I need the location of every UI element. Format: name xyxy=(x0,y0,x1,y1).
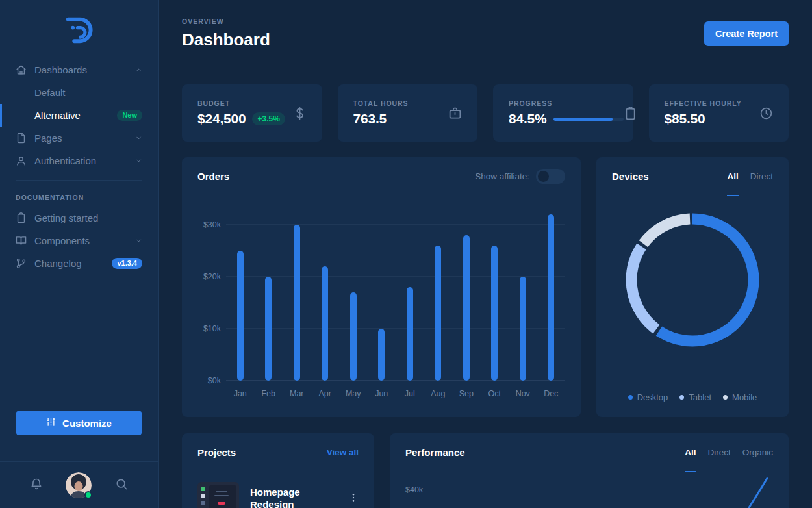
performance-card: Performance AllDirectOrganic $40k xyxy=(390,433,789,508)
stat-label: TOTAL HOURS xyxy=(353,99,409,107)
bar-feb xyxy=(265,277,272,381)
projects-title: Projects xyxy=(197,447,236,458)
git-branch-icon xyxy=(16,258,27,269)
legend-dot xyxy=(628,395,633,400)
sidebar-item-label: Dashboards xyxy=(34,64,87,75)
sidebar-nav: DashboardsDefaultAlternativeNewPagesAuth… xyxy=(0,58,158,172)
stat-card-progress: PROGRESS84.5% xyxy=(493,84,633,142)
online-status-dot xyxy=(84,491,92,499)
x-axis-tick: Jul xyxy=(396,389,424,398)
y-axis-tick: $0k xyxy=(197,376,221,385)
stat-change-badge: +3.5% xyxy=(252,112,285,125)
orders-bar-chart: $0k$10k$20k$30k JanFebMarAprMayJunJulAug… xyxy=(182,196,581,398)
stat-label: BUDGET xyxy=(197,99,285,107)
legend-item-mobile: Mobile xyxy=(723,392,757,402)
sidebar-item-pages[interactable]: Pages xyxy=(0,127,158,149)
kebab-icon xyxy=(348,492,359,505)
create-report-button[interactable]: Create Report xyxy=(704,21,789,46)
stat-label: EFFECTIVE HOURLY xyxy=(665,99,742,107)
x-axis-tick: Feb xyxy=(255,389,283,398)
bar-jul xyxy=(407,287,413,381)
x-axis-tick: Apr xyxy=(311,389,340,398)
user-icon xyxy=(16,155,27,166)
project-item-homepage-redesign[interactable]: Homepage Redesign xyxy=(182,472,374,508)
sidebar-item-authentication[interactable]: Authentication xyxy=(0,149,158,172)
search-icon xyxy=(115,477,128,492)
devices-card: Devices AllDirect DesktopTabletMobile xyxy=(596,157,789,417)
legend-dot xyxy=(679,395,684,400)
y-axis-tick: $10k xyxy=(197,324,221,333)
sidebar-item-label: Changelog xyxy=(34,258,82,269)
dollar-icon xyxy=(293,107,307,120)
x-axis-tick: Sep xyxy=(452,389,481,398)
sidebar-item-components[interactable]: Components xyxy=(0,229,158,252)
project-title: Homepage Redesign xyxy=(250,486,322,508)
search-button[interactable] xyxy=(115,477,128,492)
devices-tab-all[interactable]: All xyxy=(727,157,738,196)
bar-apr xyxy=(322,266,328,381)
devices-title: Devices xyxy=(612,171,649,182)
performance-tab-organic[interactable]: Organic xyxy=(742,433,773,472)
badge-new: New xyxy=(117,110,142,121)
affiliate-toggle[interactable] xyxy=(536,169,565,184)
project-thumbnail xyxy=(197,482,239,508)
clock-icon xyxy=(759,107,773,120)
sidebar-item-changelog[interactable]: Changelogv1.3.4 xyxy=(0,252,158,275)
bar-oct xyxy=(491,246,498,381)
sidebar-item-label: Default xyxy=(34,87,66,98)
logo-icon xyxy=(61,14,97,45)
devices-donut-chart: DesktopTabletMobile xyxy=(596,196,789,416)
devices-tab-direct[interactable]: Direct xyxy=(750,157,773,196)
sidebar-section-title: DOCUMENTATION xyxy=(0,181,158,207)
bar-jan xyxy=(237,251,244,381)
affiliate-toggle-label: Show affiliate: xyxy=(475,171,529,181)
home-icon xyxy=(16,64,27,75)
sidebar-item-alternative[interactable]: AlternativeNew xyxy=(0,104,158,127)
sidebar-item-label: Pages xyxy=(34,133,62,144)
sidebar-item-label: Authentication xyxy=(34,155,96,166)
chevron-down-icon xyxy=(135,157,142,164)
sidebar-item-getting-started[interactable]: Getting started xyxy=(0,207,158,229)
sidebar: DashboardsDefaultAlternativeNewPagesAuth… xyxy=(0,0,159,508)
devices-tabs: AllDirect xyxy=(727,157,773,196)
bar-mar xyxy=(294,225,300,381)
avatar[interactable] xyxy=(66,472,92,498)
stat-value: 84.5% xyxy=(509,111,547,127)
sidebar-bottom-bar xyxy=(0,461,158,508)
stat-label: PROGRESS xyxy=(509,99,624,107)
bell-icon xyxy=(30,477,43,492)
chevron-down-icon xyxy=(135,237,142,244)
sidebar-item-default[interactable]: Default xyxy=(0,81,158,104)
y-axis-tick: $20k xyxy=(197,272,221,281)
y-axis-tick: $30k xyxy=(197,220,221,229)
page-eyebrow: OVERVIEW xyxy=(182,18,270,25)
orders-title: Orders xyxy=(197,171,229,182)
x-axis-tick: Aug xyxy=(424,389,453,398)
customize-label: Customize xyxy=(62,418,112,429)
projects-card: Projects View all Homepage Redesign xyxy=(182,433,374,508)
badge-v1-3-4: v1.3.4 xyxy=(112,258,142,269)
notifications-button[interactable] xyxy=(30,477,43,492)
customize-button[interactable]: Customize xyxy=(16,411,142,435)
sidebar-item-label: Alternative xyxy=(34,110,81,121)
page-header: OVERVIEW Dashboard Create Report xyxy=(182,0,789,66)
bar-jun xyxy=(378,329,385,381)
clipboard-icon xyxy=(624,107,637,120)
orders-card: Orders Show affiliate: $0k$10k$20k$30k J… xyxy=(182,157,581,417)
page-title: Dashboard xyxy=(182,30,270,50)
dashkit-logo[interactable] xyxy=(61,14,97,48)
bar-dec xyxy=(548,214,554,381)
x-axis-tick: Oct xyxy=(481,389,509,398)
performance-tab-direct[interactable]: Direct xyxy=(707,433,730,472)
performance-line-svg xyxy=(390,472,789,508)
project-menu-button[interactable] xyxy=(348,492,359,505)
bar-aug xyxy=(435,246,441,381)
devices-legend: DesktopTabletMobile xyxy=(596,392,789,402)
donut-chart-svg xyxy=(626,213,759,347)
sidebar-item-dashboards[interactable]: Dashboards xyxy=(0,58,158,81)
briefcase-icon xyxy=(448,107,462,120)
performance-tab-all[interactable]: All xyxy=(685,433,696,472)
view-all-link[interactable]: View all xyxy=(327,448,359,457)
sliders-icon xyxy=(46,417,56,429)
projects-list: Homepage Redesign xyxy=(182,472,374,508)
